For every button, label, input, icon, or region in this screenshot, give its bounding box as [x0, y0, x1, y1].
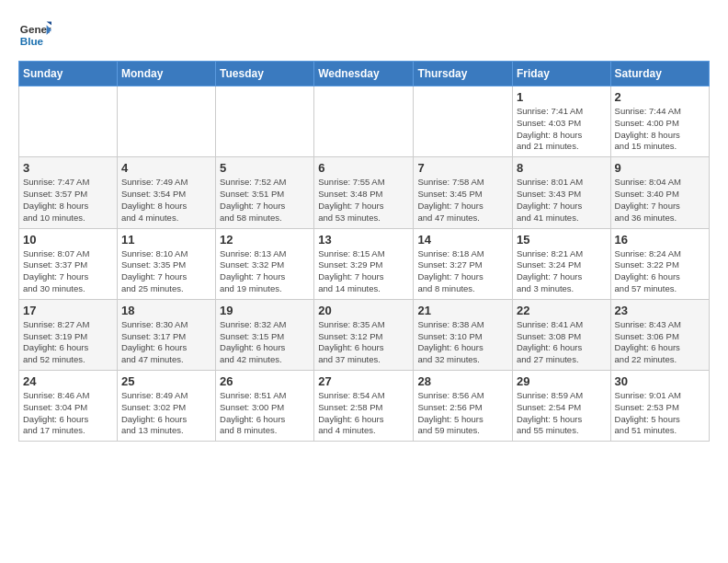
day-cell — [314, 86, 414, 157]
day-cell — [19, 86, 118, 157]
day-cell: 24Sunrise: 8:46 AM Sunset: 3:04 PM Dayli… — [19, 371, 118, 442]
day-number: 5 — [220, 161, 310, 175]
day-info: Sunrise: 8:18 AM Sunset: 3:27 PM Dayligh… — [417, 248, 508, 295]
day-number: 7 — [417, 161, 508, 175]
day-cell: 28Sunrise: 8:56 AM Sunset: 2:56 PM Dayli… — [414, 371, 513, 442]
weekday-header-sunday: Sunday — [19, 62, 118, 86]
week-row-5: 24Sunrise: 8:46 AM Sunset: 3:04 PM Dayli… — [19, 371, 710, 442]
day-number: 20 — [318, 304, 409, 317]
day-number: 8 — [517, 161, 607, 175]
day-cell: 25Sunrise: 8:49 AM Sunset: 3:02 PM Dayli… — [117, 371, 215, 442]
day-info: Sunrise: 8:10 AM Sunset: 3:35 PM Dayligh… — [121, 248, 211, 295]
day-number: 1 — [517, 90, 607, 104]
day-cell: 1Sunrise: 7:41 AM Sunset: 4:03 PM Daylig… — [512, 86, 610, 157]
day-number: 19 — [220, 304, 310, 317]
day-number: 17 — [23, 304, 113, 317]
day-number: 28 — [417, 374, 508, 388]
page-header: General Blue — [18, 18, 710, 52]
day-number: 26 — [220, 374, 310, 388]
day-cell: 11Sunrise: 8:10 AM Sunset: 3:35 PM Dayli… — [117, 228, 215, 299]
day-cell: 23Sunrise: 8:43 AM Sunset: 3:06 PM Dayli… — [610, 299, 709, 370]
week-row-1: 1Sunrise: 7:41 AM Sunset: 4:03 PM Daylig… — [19, 86, 710, 157]
day-cell: 9Sunrise: 8:04 AM Sunset: 3:40 PM Daylig… — [610, 157, 709, 228]
day-info: Sunrise: 7:44 AM Sunset: 4:00 PM Dayligh… — [615, 106, 705, 153]
day-number: 30 — [615, 374, 705, 388]
day-cell: 13Sunrise: 8:15 AM Sunset: 3:29 PM Dayli… — [314, 228, 414, 299]
weekday-header-tuesday: Tuesday — [216, 62, 314, 86]
day-cell: 17Sunrise: 8:27 AM Sunset: 3:19 PM Dayli… — [19, 299, 118, 370]
logo-icon: General Blue — [18, 18, 51, 52]
week-row-2: 3Sunrise: 7:47 AM Sunset: 3:57 PM Daylig… — [19, 157, 710, 228]
day-cell: 16Sunrise: 8:24 AM Sunset: 3:22 PM Dayli… — [610, 228, 709, 299]
day-cell: 21Sunrise: 8:38 AM Sunset: 3:10 PM Dayli… — [414, 299, 513, 370]
day-cell: 8Sunrise: 8:01 AM Sunset: 3:43 PM Daylig… — [512, 157, 610, 228]
day-number: 11 — [121, 233, 211, 247]
day-number: 18 — [121, 304, 211, 317]
day-info: Sunrise: 8:38 AM Sunset: 3:10 PM Dayligh… — [417, 319, 508, 366]
day-info: Sunrise: 8:07 AM Sunset: 3:37 PM Dayligh… — [23, 248, 113, 295]
day-cell: 18Sunrise: 8:30 AM Sunset: 3:17 PM Dayli… — [117, 299, 215, 370]
day-cell: 5Sunrise: 7:52 AM Sunset: 3:51 PM Daylig… — [216, 157, 314, 228]
day-number: 27 — [318, 374, 409, 388]
day-info: Sunrise: 9:01 AM Sunset: 2:53 PM Dayligh… — [615, 390, 705, 437]
day-cell: 3Sunrise: 7:47 AM Sunset: 3:57 PM Daylig… — [19, 157, 118, 228]
day-info: Sunrise: 8:15 AM Sunset: 3:29 PM Dayligh… — [318, 248, 409, 295]
day-number: 4 — [121, 161, 211, 175]
day-number: 6 — [318, 161, 409, 175]
day-info: Sunrise: 8:43 AM Sunset: 3:06 PM Dayligh… — [615, 319, 705, 366]
day-number: 16 — [615, 233, 705, 247]
weekday-header-monday: Monday — [117, 62, 215, 86]
svg-text:Blue: Blue — [20, 35, 44, 47]
day-info: Sunrise: 7:52 AM Sunset: 3:51 PM Dayligh… — [220, 177, 310, 224]
day-cell — [414, 86, 513, 157]
day-info: Sunrise: 8:01 AM Sunset: 3:43 PM Dayligh… — [517, 177, 607, 224]
day-number: 24 — [23, 374, 113, 388]
day-cell: 2Sunrise: 7:44 AM Sunset: 4:00 PM Daylig… — [610, 86, 709, 157]
day-cell: 29Sunrise: 8:59 AM Sunset: 2:54 PM Dayli… — [512, 371, 610, 442]
day-info: Sunrise: 8:51 AM Sunset: 3:00 PM Dayligh… — [220, 390, 310, 437]
day-number: 2 — [615, 90, 705, 104]
day-cell: 26Sunrise: 8:51 AM Sunset: 3:00 PM Dayli… — [216, 371, 314, 442]
day-info: Sunrise: 8:41 AM Sunset: 3:08 PM Dayligh… — [517, 319, 607, 366]
calendar-table: SundayMondayTuesdayWednesdayThursdayFrid… — [18, 61, 710, 442]
day-number: 23 — [615, 304, 705, 317]
day-number: 9 — [615, 161, 705, 175]
day-cell — [117, 86, 215, 157]
weekday-header-friday: Friday — [512, 62, 610, 86]
day-cell — [216, 86, 314, 157]
weekday-header-row: SundayMondayTuesdayWednesdayThursdayFrid… — [19, 62, 710, 86]
day-cell: 20Sunrise: 8:35 AM Sunset: 3:12 PM Dayli… — [314, 299, 414, 370]
weekday-header-wednesday: Wednesday — [314, 62, 414, 86]
day-number: 29 — [517, 374, 607, 388]
week-row-4: 17Sunrise: 8:27 AM Sunset: 3:19 PM Dayli… — [19, 299, 710, 370]
day-number: 3 — [23, 161, 113, 175]
day-info: Sunrise: 8:46 AM Sunset: 3:04 PM Dayligh… — [23, 390, 113, 437]
day-cell: 7Sunrise: 7:58 AM Sunset: 3:45 PM Daylig… — [414, 157, 513, 228]
day-info: Sunrise: 8:27 AM Sunset: 3:19 PM Dayligh… — [23, 319, 113, 366]
day-cell: 15Sunrise: 8:21 AM Sunset: 3:24 PM Dayli… — [512, 228, 610, 299]
day-info: Sunrise: 7:49 AM Sunset: 3:54 PM Dayligh… — [121, 177, 211, 224]
day-info: Sunrise: 8:24 AM Sunset: 3:22 PM Dayligh… — [615, 248, 705, 295]
day-info: Sunrise: 7:58 AM Sunset: 3:45 PM Dayligh… — [417, 177, 508, 224]
day-number: 21 — [417, 304, 508, 317]
day-info: Sunrise: 8:13 AM Sunset: 3:32 PM Dayligh… — [220, 248, 310, 295]
day-cell: 14Sunrise: 8:18 AM Sunset: 3:27 PM Dayli… — [414, 228, 513, 299]
day-cell: 4Sunrise: 7:49 AM Sunset: 3:54 PM Daylig… — [117, 157, 215, 228]
day-number: 22 — [517, 304, 607, 317]
day-info: Sunrise: 7:41 AM Sunset: 4:03 PM Dayligh… — [517, 106, 607, 153]
day-info: Sunrise: 8:35 AM Sunset: 3:12 PM Dayligh… — [318, 319, 409, 366]
day-info: Sunrise: 8:56 AM Sunset: 2:56 PM Dayligh… — [417, 390, 508, 437]
day-info: Sunrise: 7:55 AM Sunset: 3:48 PM Dayligh… — [318, 177, 409, 224]
day-cell: 22Sunrise: 8:41 AM Sunset: 3:08 PM Dayli… — [512, 299, 610, 370]
day-number: 13 — [318, 233, 409, 247]
day-number: 25 — [121, 374, 211, 388]
day-info: Sunrise: 7:47 AM Sunset: 3:57 PM Dayligh… — [23, 177, 113, 224]
day-cell: 12Sunrise: 8:13 AM Sunset: 3:32 PM Dayli… — [216, 228, 314, 299]
day-info: Sunrise: 8:59 AM Sunset: 2:54 PM Dayligh… — [517, 390, 607, 437]
weekday-header-saturday: Saturday — [610, 62, 709, 86]
week-row-3: 10Sunrise: 8:07 AM Sunset: 3:37 PM Dayli… — [19, 228, 710, 299]
day-number: 14 — [417, 233, 508, 247]
day-info: Sunrise: 8:04 AM Sunset: 3:40 PM Dayligh… — [615, 177, 705, 224]
day-info: Sunrise: 8:49 AM Sunset: 3:02 PM Dayligh… — [121, 390, 211, 437]
day-cell: 19Sunrise: 8:32 AM Sunset: 3:15 PM Dayli… — [216, 299, 314, 370]
